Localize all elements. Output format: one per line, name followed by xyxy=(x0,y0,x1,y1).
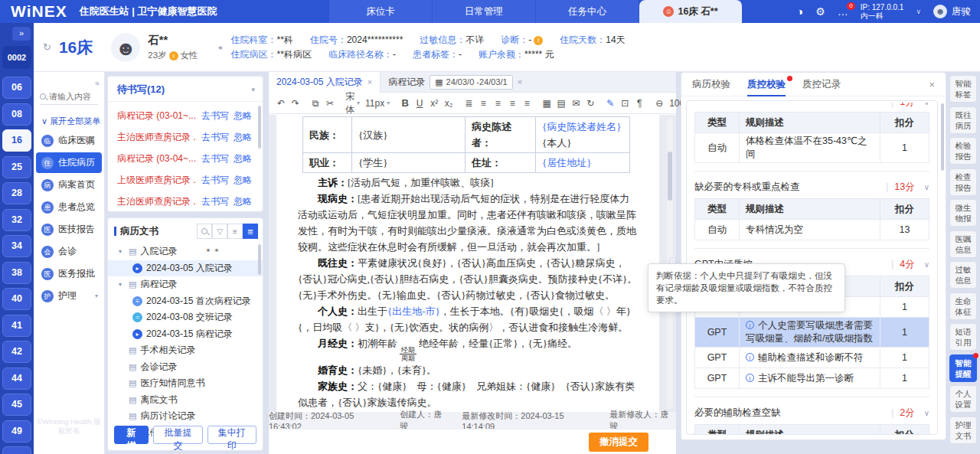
tree-scrollbar[interactable] xyxy=(258,244,261,275)
chevron-down-icon[interactable]: ∨ xyxy=(916,8,921,15)
bed-tile[interactable]: 32 xyxy=(2,209,31,231)
family-history[interactable]: 家族史：父：{健康} 母：{健康} 兄弟姐妹：{健康} {否认}家族有类似患者，… xyxy=(298,378,639,410)
flat-list-view-icon[interactable]: ≡ xyxy=(227,224,243,239)
bullet-list-icon[interactable]: ≡ xyxy=(479,98,488,109)
bed-tile[interactable]: 42 xyxy=(2,341,31,363)
field-placeholder-link[interactable]: {病史陈述者姓名} xyxy=(542,121,621,132)
go-write-link[interactable]: 去书写 xyxy=(201,109,229,122)
rail-exam-reports[interactable]: 检查报告 xyxy=(949,168,977,196)
rail-personal-settings[interactable]: 个人设置 xyxy=(949,385,977,413)
undo-icon[interactable]: ↶ xyxy=(276,98,286,109)
field-placeholder-link[interactable]: {居住地址} xyxy=(542,157,591,168)
tree-node-case-discussion[interactable]: ▤ 病历讨论记录 xyxy=(108,408,263,425)
rail-past-records[interactable]: 既往病历 xyxy=(949,106,977,134)
ignore-link[interactable]: 忽略 xyxy=(234,174,252,187)
tree-search-icon[interactable] xyxy=(197,224,212,239)
bed-tile-selected[interactable]: 16 xyxy=(2,129,31,152)
tab-current-patient[interactable]: ☺ 16床 石** xyxy=(639,0,743,23)
go-write-link[interactable]: 去书写 xyxy=(201,152,229,165)
tab-qc-history[interactable]: 质控记录 xyxy=(802,73,841,96)
theme-skin-icon[interactable]: ◑ xyxy=(797,5,803,18)
paragraph-marks-icon[interactable]: ¶ xyxy=(635,98,644,109)
cell-value[interactable]: {学生} xyxy=(352,153,466,173)
superscript-icon[interactable]: x² xyxy=(430,98,439,109)
tree-node-shift-record[interactable]: = 2024-03-08 交班记录 xyxy=(108,309,263,326)
copy-icon[interactable]: ⧉ xyxy=(311,98,320,109)
sidebar-item-case-homepage[interactable]: 病 病案首页 xyxy=(36,175,102,195)
sidebar-item-consultation[interactable]: 会 会诊 xyxy=(36,241,102,262)
refresh-icon[interactable]: ↻ xyxy=(43,41,51,53)
tab-bed-card[interactable]: 床位卡 xyxy=(329,0,433,23)
print-icon[interactable]: ▤ xyxy=(557,98,566,109)
close-tab-icon[interactable]: × xyxy=(518,77,522,87)
qc-section-header[interactable]: 缺必要的专科或重点检查 |13分∨ xyxy=(694,178,929,195)
tab-daily-management[interactable]: 日常管理 xyxy=(433,0,536,23)
caret-down-icon[interactable]: ▾ xyxy=(119,248,125,255)
collapse-header-arrow-icon[interactable]: ◂ xyxy=(218,43,222,51)
caret-down-icon[interactable]: ▾ xyxy=(251,86,255,93)
qc-scrollbar[interactable] xyxy=(941,103,944,171)
editor-tab-progress-notes[interactable]: 病程记录 ▦ 24/03/0 -24/03/1 × xyxy=(381,75,530,90)
info-icon[interactable]: i xyxy=(746,374,754,382)
settings-gear-icon[interactable]: ⚙ xyxy=(815,5,825,18)
sidebar-item-nursing[interactable]: 护 护理 ▾ xyxy=(36,286,102,306)
cell-value[interactable]: {汉族} xyxy=(352,117,466,153)
rail-allergy-info[interactable]: 过敏信息 xyxy=(949,261,977,289)
bed-tile[interactable]: 25 xyxy=(2,156,31,178)
caret-down-icon[interactable]: ▾ xyxy=(119,281,125,288)
tab-task-center[interactable]: 任务中心 xyxy=(536,0,639,23)
marital-history[interactable]: 婚育史：{未婚}，{未育}。 xyxy=(298,362,639,378)
sidebar-item-patient-overview[interactable]: 患 患者总览 xyxy=(36,197,102,217)
tree-node-first-progress-note[interactable]: ≡ 2024-03-15 首次病程记录 xyxy=(108,293,263,310)
zoom-out-icon[interactable]: ⊖ xyxy=(655,98,664,109)
info-icon[interactable]: i xyxy=(746,353,754,361)
expand-all-menu-link[interactable]: ∨ 展开全部菜单 xyxy=(41,116,104,127)
rail-vital-signs[interactable]: 生命体征 xyxy=(949,292,977,320)
font-size-select[interactable]: 11px▾ xyxy=(365,98,390,109)
date-range-picker[interactable]: ▦ 24/03/0 -24/03/1 xyxy=(430,75,513,90)
editor-tab-admission-record[interactable]: 2024-03-05 入院记录 × xyxy=(269,72,381,93)
bed-tile[interactable]: 45 xyxy=(2,394,31,416)
numbered-list-icon[interactable]: ≣ xyxy=(464,98,473,109)
tab-qc-check[interactable]: 质控校验 xyxy=(747,73,786,96)
insert-table-icon[interactable]: ▦ xyxy=(542,98,551,109)
close-tab-icon[interactable]: × xyxy=(368,77,372,87)
ignore-link[interactable]: 忽略 xyxy=(234,109,252,122)
chevron-down-icon[interactable]: ∨ xyxy=(924,409,929,417)
rail-phrase-quote[interactable]: 短语引用 xyxy=(949,323,977,351)
qc-rule-row[interactable]: 自动 体格检查体温不在35-43℃之间 1 xyxy=(695,133,929,163)
personal-history[interactable]: 个人史：出生于{出生地-市}，生长于本地。{有}吸烟史{，吸烟〈 〉年}{，日均… xyxy=(298,303,639,335)
qc-rule-row[interactable]: 自动 专科情况为空 13 xyxy=(695,220,929,240)
go-write-link[interactable]: 去书写 xyxy=(201,195,229,208)
bed-tile[interactable]: 38 xyxy=(2,262,31,284)
sidebar-item-clinical-orders[interactable]: 临 临床医嘱 xyxy=(36,130,102,151)
menu-search-input[interactable] xyxy=(49,92,92,101)
tree-node-admission-record[interactable]: ▸ 2024-03-05 入院记录 xyxy=(108,260,263,277)
align-right-icon[interactable]: ≡ xyxy=(522,98,531,109)
collapse-menu-icon[interactable]: « xyxy=(95,78,100,87)
history-present-illness[interactable]: 现病史：[患者近期开始出现活动后气短的症状，特别是在进行轻度体力活动或运动后，气… xyxy=(298,191,639,255)
tree-node-discharge-documents[interactable]: ▤ 离院文书 xyxy=(108,392,263,409)
tree-filter-icon[interactable]: ▽ xyxy=(212,224,227,239)
sidebar-item-medical-approval[interactable]: 医 医务报批 xyxy=(36,263,102,284)
document-page[interactable]: 民族： {汉族} 病史陈述者： {病史陈述者姓名}{本人} 职业： {学生} 住… xyxy=(276,115,659,412)
messages-icon[interactable]: … 0 xyxy=(838,5,848,18)
menstrual-history[interactable]: 月经史：初潮年龄经期周期绝经年龄，经量{正常}，{无}痛经。 xyxy=(298,335,639,362)
batch-submit-button[interactable]: 批量提交 xyxy=(153,426,202,444)
tree-node-informed-consent[interactable]: ▤ 医疗知情同意书 xyxy=(108,375,263,392)
expand-bed-list-button[interactable]: » xyxy=(12,27,31,41)
go-write-link[interactable]: 去书写 xyxy=(201,174,229,187)
info-icon[interactable]: i xyxy=(746,321,754,329)
align-center-icon[interactable]: ≡ xyxy=(508,98,517,109)
tree-view-icon[interactable]: ≣ xyxy=(243,224,258,239)
rail-nursing-documents[interactable]: 护理文书 xyxy=(949,416,977,444)
bold-icon[interactable]: B xyxy=(400,97,410,109)
tab-record-check[interactable]: 病历校验 xyxy=(692,73,730,96)
ignore-link[interactable]: 忽略 xyxy=(234,152,252,165)
underline-icon[interactable]: U xyxy=(415,98,424,109)
user-menu[interactable]: ☻ 唐骏 xyxy=(933,5,971,18)
sidebar-item-medtech-reports[interactable]: 医 医技报告 xyxy=(36,219,102,240)
tree-node-progress-note[interactable]: ▸ 2024-03-15 病程记录 xyxy=(108,326,263,343)
rail-microbiology[interactable]: 微生物报 xyxy=(949,199,977,227)
bed-tile[interactable]: 40 xyxy=(2,288,31,310)
